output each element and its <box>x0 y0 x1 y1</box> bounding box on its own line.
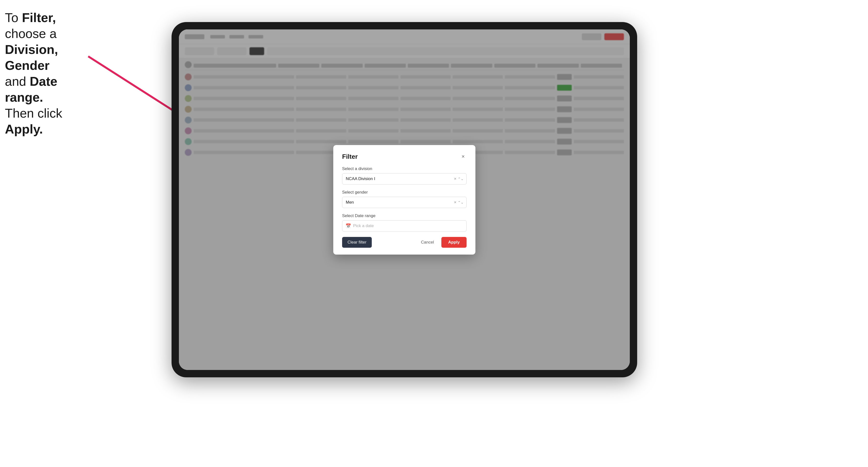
apply-button[interactable]: Apply <box>441 237 467 248</box>
division-form-group: Select a division NCAA Division I NCAA D… <box>342 166 467 185</box>
gender-label: Select gender <box>342 190 467 195</box>
gender-select[interactable]: Men Women <box>342 197 467 208</box>
instruction-line4: Then click Apply. <box>5 106 62 136</box>
gender-clear-icon[interactable]: × <box>454 200 456 205</box>
division-select-wrapper: NCAA Division I NCAA Division II NCAA Di… <box>342 173 467 185</box>
instruction-line3: and Date range. <box>5 74 57 104</box>
date-form-group: Select Date range 📅 <box>342 213 467 231</box>
tablet-screen: Filter × Select a division NCAA Division… <box>179 29 630 370</box>
division-label: Select a division <box>342 166 467 171</box>
modal-title: Filter <box>342 153 358 160</box>
tablet-device: Filter × Select a division NCAA Division… <box>172 22 637 377</box>
division-select[interactable]: NCAA Division I NCAA Division II NCAA Di… <box>342 173 467 185</box>
modal-footer-right: Cancel Apply <box>417 237 467 248</box>
instruction-bold-division-gender: Division, Gender <box>5 42 58 72</box>
gender-select-wrapper: Men Women × ⌃⌄ <box>342 197 467 208</box>
clear-filter-button[interactable]: Clear filter <box>342 237 372 248</box>
division-clear-icon[interactable]: × <box>454 177 456 181</box>
date-label: Select Date range <box>342 213 467 218</box>
instruction-line1: To Filter, choose a <box>5 10 57 41</box>
gender-form-group: Select gender Men Women × ⌃⌄ <box>342 190 467 208</box>
date-input-wrapper: 📅 <box>342 220 467 231</box>
modal-footer: Clear filter Cancel Apply <box>342 237 467 248</box>
cancel-button[interactable]: Cancel <box>417 237 438 248</box>
modal-overlay: Filter × Select a division NCAA Division… <box>179 29 630 370</box>
date-input[interactable] <box>342 220 467 231</box>
modal-close-button[interactable]: × <box>460 153 467 160</box>
instruction-panel: To Filter, choose a Division, Gender and… <box>5 10 81 137</box>
filter-modal: Filter × Select a division NCAA Division… <box>333 145 475 255</box>
modal-title-row: Filter × <box>342 153 467 160</box>
